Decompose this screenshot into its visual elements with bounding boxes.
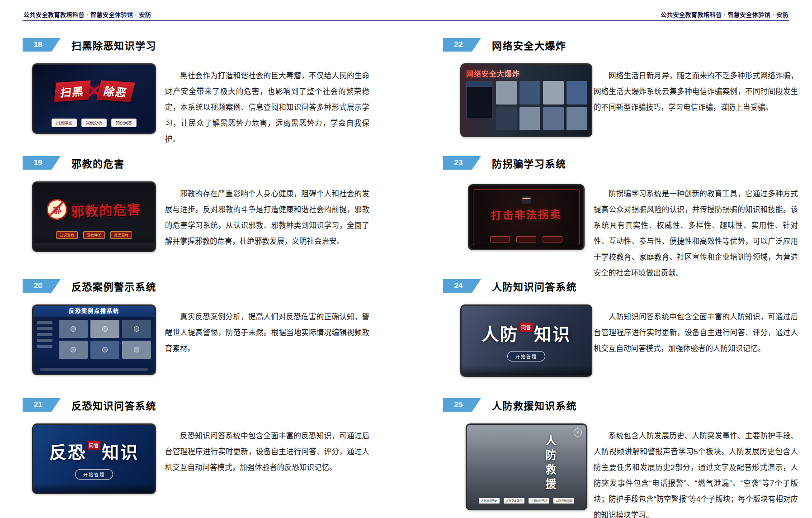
section-number-badge: 18 bbox=[23, 38, 61, 52]
header-left-text: 公共安全教育教培科普 · 智慧安全体验馆 · 安防 bbox=[24, 10, 151, 19]
video-browser bbox=[33, 317, 155, 359]
section-number: 25 bbox=[454, 400, 463, 409]
start-quiz-button: 开始答题 bbox=[507, 351, 545, 361]
section-22-head: 22 网络安全大爆炸 bbox=[443, 38, 798, 52]
section-number-badge: 19 bbox=[23, 156, 61, 170]
thumb-button bbox=[516, 236, 536, 242]
section-18-thumbnail: 扫黑 除恶 扫黑除恶 案例分析 知识问答 bbox=[32, 63, 156, 134]
section-number: 19 bbox=[34, 158, 42, 167]
thumb-headline: 邪 邪教的危害 bbox=[33, 199, 155, 220]
menu-item-bar bbox=[37, 333, 52, 336]
section-number: 22 bbox=[454, 40, 463, 49]
thumb-button: 人防视频讲解 bbox=[553, 498, 574, 504]
section-19-thumbnail: 邪 邪教的危害 认识邪教 邪教种类 远离邪教 bbox=[32, 181, 156, 252]
section-24: 24 人防知识问答系统 人防 问答 知识 开始答题 人防知识问答系统中包含全面丰… bbox=[443, 279, 798, 377]
section-title: 反恐案例警示系统 bbox=[71, 279, 156, 293]
section-number-badge: 20 bbox=[23, 279, 61, 293]
section-description: 系统包含人防发展历史、人防突发事件、主要防护手段、人防视频讲解和警报声音学习5个… bbox=[594, 428, 798, 518]
title-word: 人防 bbox=[482, 320, 519, 345]
menu-item-bar bbox=[37, 321, 52, 324]
start-quiz-button: 开始答题 bbox=[75, 469, 113, 480]
progress-strip bbox=[40, 368, 148, 371]
qa-seal: 问答 bbox=[520, 323, 533, 332]
section-title: 防拐骗学习系统 bbox=[492, 156, 567, 170]
video-thumb play-icon bbox=[90, 341, 119, 359]
city-silhouette bbox=[33, 243, 155, 251]
qa-seal: 问答 bbox=[88, 441, 100, 450]
section-title: 邪教的危害 bbox=[71, 156, 125, 170]
section-20: 20 反恐案例警示系统 反恐案例点播系统 bbox=[23, 279, 382, 375]
thumb-button: 人防发展历史 bbox=[479, 498, 500, 504]
video-thumb bbox=[543, 81, 564, 105]
section-23-head: 23 防拐骗学习系统 bbox=[443, 156, 798, 170]
thumb-button: 知识问答 bbox=[111, 119, 137, 127]
video-thumb play-icon bbox=[122, 341, 151, 359]
video-thumb bbox=[496, 107, 517, 131]
section-number: 23 bbox=[454, 158, 463, 167]
thumb-headline: 反恐 问答 知识 bbox=[49, 438, 139, 463]
section-title: 网络安全大爆炸 bbox=[492, 38, 567, 52]
section-description: 真实反恐案例分析，提高人们对反恐危害的正确认知，警醒世人提高警惕，防范于未然。根… bbox=[165, 309, 369, 375]
section-22-thumbnail: 网络安全大爆炸 bbox=[460, 63, 592, 137]
thumb-button: 认识邪教 bbox=[56, 231, 78, 239]
video-thumb bbox=[567, 107, 587, 131]
video-thumb play-icon bbox=[122, 320, 151, 338]
catalog-page: 公共安全教育教培科普 · 智慧安全体验馆 · 安防 公共安全教育教培科普 · 智… bbox=[0, 0, 812, 518]
section-number-badge: 25 bbox=[443, 398, 481, 412]
thumb-button-row: 人防发展历史 人防突发事件 主要防护手段 人防视频讲解 bbox=[467, 498, 586, 504]
video-thumb bbox=[496, 81, 517, 105]
section-25: 25 人防救援知识系统 人防救援 人防发展历史 人防突发事件 主要防护手段 人防… bbox=[443, 398, 798, 518]
thumb-button-row: 认识邪教 邪教种类 远离邪教 bbox=[33, 231, 155, 239]
thumb-title: 邪教的危害 bbox=[71, 199, 142, 220]
thumb-button: 主要防护手段 bbox=[529, 498, 549, 504]
title-word: 反恐 bbox=[49, 438, 86, 463]
video-thumb play-icon bbox=[90, 320, 119, 338]
video-grid bbox=[496, 81, 587, 130]
thumb-button-row: 扫黑除恶 案例分析 知识问答 bbox=[33, 119, 155, 127]
section-description: 黑社会作为打造和谐社会的巨大毒瘤，不仅给人民的生命财产安全带来了极大的危害，也影… bbox=[165, 68, 369, 147]
section-number-badge: 24 bbox=[443, 279, 481, 293]
video-thumb play-icon bbox=[59, 341, 88, 359]
section-25-head: 25 人防救援知识系统 bbox=[443, 398, 798, 412]
section-22: 22 网络安全大爆炸 网络安全大爆炸 网络生活日新月异，随之而来的不乏多种形式网… bbox=[443, 38, 798, 137]
section-18-head: 18 扫黑除恶知识学习 bbox=[23, 38, 382, 52]
thumb-button bbox=[490, 236, 510, 242]
section-number: 24 bbox=[454, 281, 463, 290]
section-19: 19 邪教的危害 邪 邪教的危害 认识邪教 邪教种类 远离邪教 邪教的存在严重影… bbox=[23, 156, 382, 252]
section-21-head: 21 反恐知识问答系统 bbox=[23, 398, 382, 412]
thumb-button: 扫黑除恶 bbox=[52, 119, 77, 127]
section-number: 21 bbox=[34, 400, 42, 409]
section-19-head: 19 邪教的危害 bbox=[23, 156, 382, 170]
section-21: 21 反恐知识问答系统 反恐 问答 知识 开始答题 反恐知识问答系统中包含全面丰… bbox=[23, 398, 382, 494]
video-thumb bbox=[543, 107, 564, 131]
section-20-head: 20 反恐案例警示系统 bbox=[23, 279, 382, 293]
header-right-text: 公共安全教育教培科普 · 智慧安全体验馆 · 安防 bbox=[661, 10, 788, 19]
section-number-badge: 21 bbox=[23, 398, 61, 412]
thumb-button: 邪教种类 bbox=[83, 231, 105, 239]
section-23: 23 防拐骗学习系统 打击非法拐卖 防拐骗学习系统是一种创新的教育工具，它通过多… bbox=[443, 156, 798, 281]
video-thumb bbox=[567, 81, 587, 105]
thumb-button-row bbox=[469, 236, 583, 242]
section-number-badge: 22 bbox=[443, 38, 481, 52]
section-description: 邪教的存在严重影响个人身心健康，阻碍个人和社会的发展与进步。反对邪教的斗争是打造… bbox=[165, 186, 369, 252]
thumb-headline: 扫黑 除恶 bbox=[33, 80, 155, 102]
thumb-button: 人防突发事件 bbox=[504, 498, 524, 504]
menu-item-bar bbox=[37, 345, 52, 348]
thumb-title-bar: 反恐案例点播系统 bbox=[33, 306, 155, 317]
thumb-button bbox=[543, 236, 562, 242]
thumb-title: 人防救援 bbox=[542, 435, 558, 493]
anti-cult-stamp-icon: 邪 bbox=[46, 198, 69, 221]
section-18: 18 扫黑除恶知识学习 扫黑 除恶 扫黑除恶 案例分析 知识问答 黑社会作为打造… bbox=[23, 38, 382, 147]
stamp-character: 邪 bbox=[52, 203, 62, 216]
video-thumb bbox=[519, 81, 540, 105]
thumb-title: 网络安全大爆炸 bbox=[466, 68, 520, 79]
section-23-thumbnail: 打击非法拐卖 bbox=[468, 184, 585, 250]
section-description: 反恐知识问答系统中包含全面丰富的反恐知识，可通过后台管理程序进行实时更新，设备自… bbox=[165, 428, 369, 494]
section-number: 18 bbox=[34, 40, 42, 49]
crossed-swords-icon bbox=[86, 80, 102, 102]
section-title: 反恐知识问答系统 bbox=[71, 398, 156, 412]
video-thumb bbox=[519, 107, 540, 131]
title-word: 知识 bbox=[102, 438, 139, 463]
ribbon-word: 扫黑 bbox=[54, 80, 91, 102]
info-panel-header bbox=[467, 81, 492, 87]
